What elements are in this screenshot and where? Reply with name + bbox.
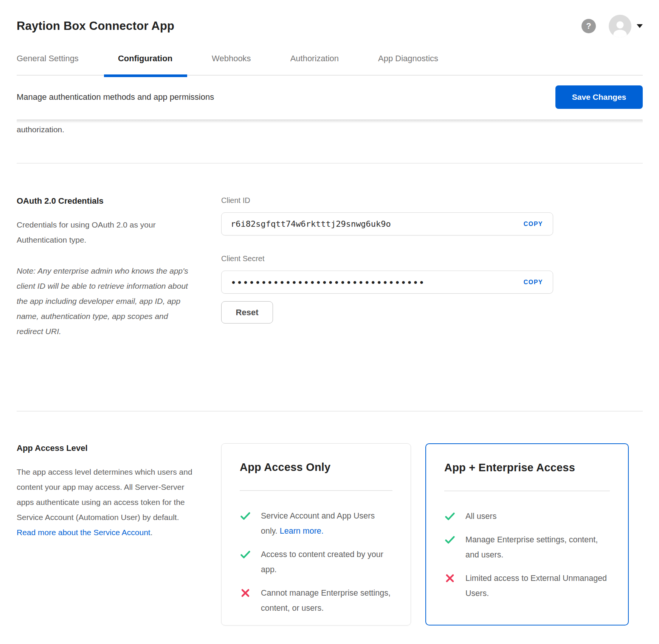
access-item-text: Manage Enterprise settings, content, and…: [465, 532, 610, 562]
oauth-credentials-section: OAuth 2.0 Credentials Credentials for us…: [17, 164, 643, 339]
save-changes-button[interactable]: Save Changes: [555, 85, 643, 109]
client-id-input[interactable]: r6i82sgfqtt74w6rktttj29snwg6uk9o COPY: [221, 212, 553, 235]
header-actions: ?: [581, 15, 643, 37]
client-secret-field-group: Client Secret ••••••••••••••••••••••••••…: [221, 254, 553, 294]
client-id-value: r6i82sgfqtt74w6rktttj29snwg6uk9o: [231, 219, 391, 229]
tab-webhooks[interactable]: Webhooks: [212, 54, 251, 63]
check-icon: [240, 510, 251, 522]
help-glyph: ?: [586, 21, 591, 31]
page-title: Raytion Box Connector App: [17, 19, 174, 33]
access-item: Manage Enterprise settings, content, and…: [444, 532, 610, 562]
check-icon: [444, 511, 456, 522]
tab-bar: General SettingsConfigurationWebhooksAut…: [17, 54, 643, 76]
avatar[interactable]: [609, 15, 631, 37]
access-item-text: Cannot manage Enterprise settings, conte…: [261, 585, 392, 616]
access-item-label: Access to content created by your app.: [261, 550, 383, 574]
oauth-fields-column: Client ID r6i82sgfqtt74w6rktttj29snwg6uk…: [221, 196, 643, 339]
card-title: App Access Only: [240, 461, 392, 474]
access-item: All users: [444, 509, 610, 524]
help-icon[interactable]: ?: [581, 19, 596, 33]
oauth-heading: OAuth 2.0 Credentials: [17, 196, 195, 206]
header: Raytion Box Connector App ?: [17, 0, 643, 38]
client-id-copy-button[interactable]: COPY: [524, 221, 543, 228]
link-suffix: .: [150, 528, 153, 537]
tab-app-diagnostics[interactable]: App Diagnostics: [378, 54, 438, 63]
card-items: Service Account and App Users only. Lear…: [240, 508, 392, 616]
access-item: Access to content created by your app.: [240, 547, 392, 577]
access-item-label: All users: [465, 512, 496, 521]
access-item-label: Limited access to External Unmanaged Use…: [465, 574, 607, 598]
oauth-description-column: OAuth 2.0 Credentials Credentials for us…: [17, 196, 221, 339]
access-item: Cannot manage Enterprise settings, conte…: [240, 585, 392, 616]
access-item-label: Cannot manage Enterprise settings, conte…: [261, 588, 391, 613]
access-level-description-text: The app access level determines which us…: [17, 468, 192, 522]
access-item-text: Access to content created by your app.: [261, 547, 392, 577]
app-access-only-card[interactable]: App Access Only Service Account and App …: [221, 443, 411, 625]
app-access-level-section: App Access Level The app access level de…: [17, 412, 643, 625]
card-divider: [444, 491, 610, 491]
learn-more-link[interactable]: Learn more.: [280, 526, 324, 536]
access-item-text: Service Account and App Users only. Lear…: [261, 508, 392, 539]
client-secret-copy-button[interactable]: COPY: [524, 279, 543, 286]
x-icon: [240, 587, 251, 599]
x-icon: [444, 573, 456, 584]
subheader-description: Manage authentication methods and app pe…: [17, 92, 214, 102]
service-account-link[interactable]: Read more about the Service Account: [17, 528, 150, 537]
client-secret-label: Client Secret: [221, 254, 553, 263]
access-level-heading: App Access Level: [17, 443, 195, 453]
check-icon: [444, 534, 456, 545]
chevron-down-icon[interactable]: [637, 24, 643, 28]
tab-authorization[interactable]: Authorization: [290, 54, 339, 63]
card-divider: [240, 490, 392, 491]
access-level-description: The app access level determines which us…: [17, 464, 195, 540]
reset-button[interactable]: Reset: [221, 301, 273, 324]
access-item-text: All users: [465, 509, 496, 524]
app-config-page: Raytion Box Connector App ? General Sett…: [0, 0, 659, 625]
oauth-description: Credentials for using OAuth 2.0 as your …: [17, 217, 195, 248]
client-secret-input[interactable]: •••••••••••••••••••••••••••••••• COPY: [221, 271, 553, 294]
person-icon: [610, 18, 630, 37]
scroll-shadow: [17, 119, 643, 123]
check-icon: [240, 549, 251, 560]
app-enterprise-access-card[interactable]: App + Enterprise Access All usersManage …: [425, 443, 629, 625]
access-item-label: Manage Enterprise settings, content, and…: [465, 535, 598, 559]
tab-configuration[interactable]: Configuration: [118, 54, 172, 63]
client-id-field-group: Client ID r6i82sgfqtt74w6rktttj29snwg6uk…: [221, 196, 553, 235]
oauth-note: Note: Any enterprise admin who knows the…: [17, 263, 195, 339]
access-description-column: App Access Level The app access level de…: [17, 443, 221, 625]
scrolled-paragraph-fragment: authorization.: [17, 125, 643, 134]
card-items: All usersManage Enterprise settings, con…: [444, 509, 610, 601]
client-secret-value: ••••••••••••••••••••••••••••••••: [231, 277, 425, 288]
access-item: Limited access to External Unmanaged Use…: [444, 571, 610, 601]
tab-general-settings[interactable]: General Settings: [17, 54, 79, 63]
access-item: Service Account and App Users only. Lear…: [240, 508, 392, 539]
client-id-label: Client ID: [221, 196, 553, 205]
access-item-text: Limited access to External Unmanaged Use…: [465, 571, 610, 601]
account-menu[interactable]: [609, 15, 643, 37]
subheader: Manage authentication methods and app pe…: [17, 85, 643, 109]
card-title: App + Enterprise Access: [444, 461, 610, 474]
